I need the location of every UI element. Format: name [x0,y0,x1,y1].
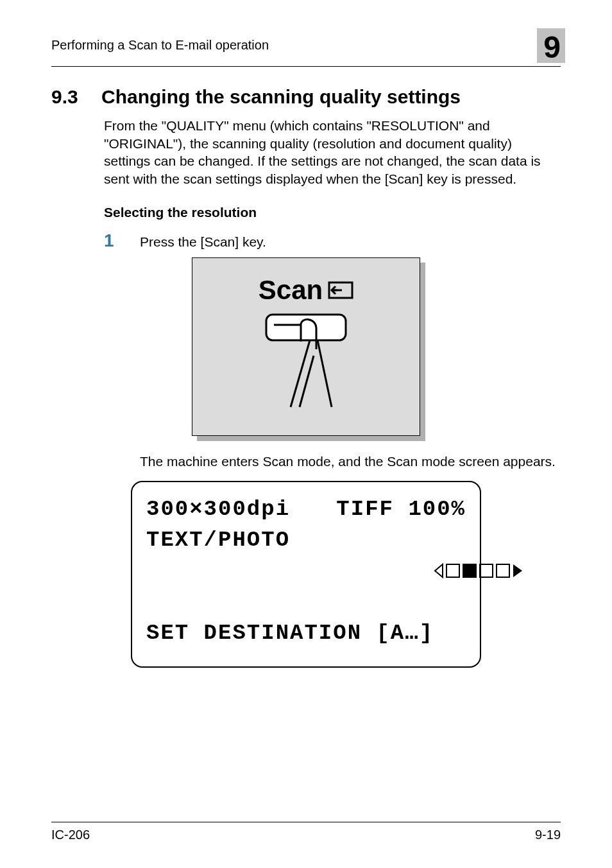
lcd-format-zoom: TIFF 100% [336,494,466,525]
scan-key-label: Scan [259,275,353,306]
lcd-line-2: TEXT/PHOTO [146,525,466,618]
page-footer: IC-206 9-19 [51,822,561,842]
lcd-line-3: SET DESTINATION [A…] [146,618,466,648]
finger-press-icon [255,311,357,420]
svg-marker-9 [513,564,522,577]
lcd-screen: 300×300dpi TIFF 100% TEXT/PHOTO [131,481,481,668]
illustration-box: Scan [192,257,420,436]
page: Performing a Scan to E-mail operation 9 … [0,0,612,868]
step-result-text: The machine enters Scan mode, and the Sc… [140,454,561,469]
svg-rect-8 [497,564,509,577]
step-text: Press the [Scan] key. [140,232,266,250]
scan-tray-icon [328,280,353,300]
step-row: 1 Press the [Scan] key. [104,232,561,250]
scan-key-illustration: Scan [192,257,420,436]
svg-rect-7 [480,564,493,577]
lcd-density-indicator [290,525,523,618]
section-number: 9.3 [51,86,101,108]
section-intro: From the "QUALITY" menu (which contains … [104,117,561,188]
footer-page-number: 9-19 [535,828,561,842]
svg-rect-5 [446,564,459,577]
section-title-text: Changing the scanning quality settings [101,86,461,107]
chapter-number: 9 [543,30,561,65]
breadcrumb: Performing a Scan to E-mail operation [51,38,269,53]
lcd-destination-prompt: SET DESTINATION [A…] [146,618,434,648]
svg-rect-6 [463,564,476,577]
chapter-marker: 9 [537,26,561,65]
svg-marker-4 [435,564,443,577]
illustration-container: Scan [51,257,561,436]
section-heading: 9.3Changing the scanning quality setting… [51,86,561,108]
lcd-container: 300×300dpi TIFF 100% TEXT/PHOTO [51,481,561,668]
subsection-heading: Selecting the resolution [104,205,561,220]
scan-label-text: Scan [259,275,323,306]
footer-model: IC-206 [51,828,90,842]
lcd-resolution-value: 300×300dpi [146,494,290,525]
lcd-original-type: TEXT/PHOTO [146,525,290,618]
page-header: Performing a Scan to E-mail operation 9 [51,26,561,67]
lcd-line-1: 300×300dpi TIFF 100% [146,494,466,525]
step-number: 1 [104,232,140,250]
svg-rect-2 [266,315,346,340]
density-bar-icon [434,562,523,580]
